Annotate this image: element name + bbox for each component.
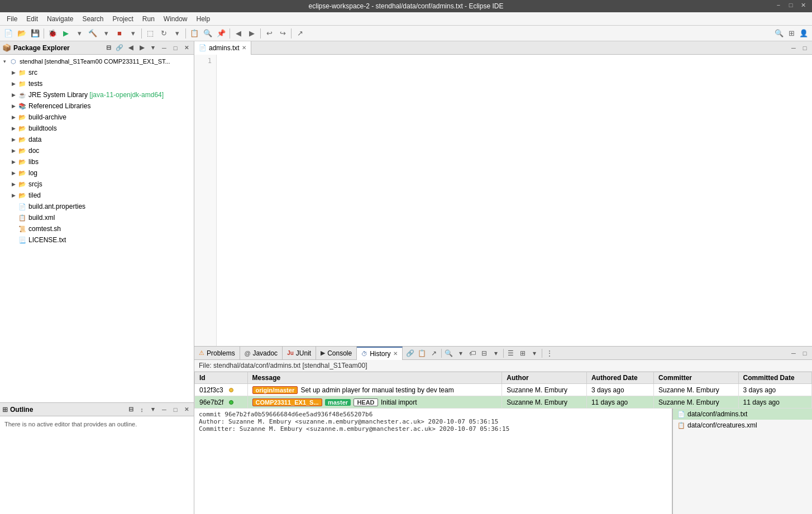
package-explorer-back[interactable]: ◀ (126, 43, 136, 53)
close-window-button[interactable]: ✕ (799, 2, 808, 9)
toolbar-stop-dropdown[interactable]: ▾ (127, 27, 139, 40)
history-tag-btn[interactable]: 🏷 (467, 348, 478, 359)
editor-tab-admins[interactable]: 📄 admins.txt ✕ (194, 41, 251, 55)
tree-item-src[interactable]: ▶ 📁 src (0, 67, 194, 78)
outline-close[interactable]: ✕ (181, 405, 192, 415)
package-explorer-maximize[interactable]: □ (170, 43, 180, 53)
toolbar-ext-btn2[interactable]: ↻ (157, 27, 170, 40)
package-explorer-close[interactable]: ✕ (181, 43, 192, 53)
tree-item-doc[interactable]: ▶ 📂 doc (0, 145, 194, 156)
toolbar-btn4[interactable]: 🔍 (202, 27, 214, 40)
search-icon[interactable]: 🔍 (773, 27, 785, 40)
menu-run[interactable]: Run (138, 14, 159, 24)
history-menu-btn[interactable]: ⋮ (544, 348, 555, 359)
menu-help[interactable]: Help (192, 14, 215, 24)
menu-edit[interactable]: Edit (22, 14, 42, 24)
tree-item-libs[interactable]: ▶ 📂 libs (0, 156, 194, 167)
toolbar-undo[interactable]: ↩ (263, 27, 275, 40)
tree-item-srcjs[interactable]: ▶ 📂 srcjs (0, 179, 194, 190)
editor-minimize[interactable]: ─ (789, 43, 799, 53)
toolbar-debug-button[interactable]: 🐞 (46, 27, 59, 40)
file-list-item-creatures[interactable]: 📋 data/conf/creatures.xml (673, 420, 812, 431)
history-layout-dropdown[interactable]: ▾ (529, 348, 540, 359)
menu-search[interactable]: Search (78, 14, 108, 24)
history-compare-dropdown[interactable]: ▾ (490, 348, 501, 359)
menu-file[interactable]: File (2, 14, 22, 24)
table-row[interactable]: 012f3c3 origin/master Set up admin playe… (195, 384, 812, 396)
outline-sort[interactable]: ↕ (137, 405, 147, 415)
col-author[interactable]: Author (502, 372, 587, 384)
outline-maximize[interactable]: □ (170, 405, 180, 415)
toolbar-new-button[interactable]: 📄 (2, 27, 15, 40)
tree-item-log[interactable]: ▶ 📂 log (0, 167, 194, 179)
tree-item-project[interactable]: ▾ ⬡ stendhal [stendhal_S1Team00 COMP2331… (0, 56, 194, 67)
toolbar-ext-btn1[interactable]: ⬚ (144, 27, 156, 40)
outline-menu[interactable]: ▾ (148, 405, 158, 415)
tree-item-reflibsaries[interactable]: ▶ 📚 Referenced Libraries (0, 100, 194, 112)
history-refresh-btn[interactable]: 🔗 (405, 348, 416, 359)
maximize-button[interactable]: □ (786, 2, 795, 9)
editor-maximize[interactable]: □ (800, 43, 810, 53)
col-authored-date[interactable]: Authored Date (586, 372, 653, 384)
tree-item-jre[interactable]: ▶ ☕ JRE System Library [java-11-openjdk-… (0, 89, 194, 100)
history-layout-opt[interactable]: ⊞ (517, 348, 528, 359)
bottom-minimize-btn[interactable]: ─ (789, 348, 799, 358)
history-layout-btn[interactable]: ☰ (505, 348, 517, 359)
toolbar-build-button[interactable]: 🔨 (87, 27, 99, 40)
toolbar-btn5[interactable]: 📌 (215, 27, 227, 40)
tree-item-build-ant[interactable]: 📄 build.ant.properties (0, 201, 194, 212)
package-explorer-fwd[interactable]: ▶ (137, 43, 147, 53)
tab-javadoc[interactable]: @ Javadoc (240, 347, 283, 360)
history-export-btn[interactable]: ↗ (428, 348, 440, 359)
editor-text-area[interactable] (217, 55, 812, 346)
history-tab-close[interactable]: ✕ (393, 350, 398, 357)
tree-item-license[interactable]: 📃 LICENSE.txt (0, 234, 194, 246)
tree-item-data[interactable]: ▶ 📂 data (0, 134, 194, 145)
toolbar-ext-dropdown1[interactable]: ▾ (171, 27, 183, 40)
toolbar-nav-fwd[interactable]: ▶ (246, 27, 258, 40)
history-copy-btn[interactable]: 📋 (417, 348, 428, 359)
tab-console[interactable]: ▶ Console (316, 347, 357, 360)
table-row[interactable]: 96e7b2f COMP23311_EX1_S... master HEAD I… (195, 396, 812, 409)
toolbar-btn3[interactable]: 📋 (188, 27, 200, 40)
toolbar-run-button[interactable]: ▶ (60, 27, 72, 40)
toolbar-save-button[interactable]: 💾 (29, 27, 41, 40)
tree-item-tests[interactable]: ▶ 📁 tests (0, 78, 194, 89)
toolbar-share[interactable]: ↗ (294, 27, 306, 40)
outline-collapse[interactable]: ⊟ (126, 405, 136, 415)
tree-item-tiled[interactable]: ▶ 📂 tiled (0, 190, 194, 201)
package-explorer-menu[interactable]: ▾ (148, 43, 158, 53)
history-filter-btn[interactable]: 🔍 (443, 348, 455, 359)
history-compare-btn[interactable]: ⊟ (479, 348, 490, 359)
menu-navigate[interactable]: Navigate (42, 14, 78, 24)
bottom-maximize-btn[interactable]: □ (800, 348, 810, 358)
toolbar-redo[interactable]: ↪ (276, 27, 289, 40)
toolbar-open-button[interactable]: 📂 (16, 27, 28, 40)
tree-item-build-archive[interactable]: ▶ 📂 build-archive (0, 112, 194, 123)
file-list-item-admins[interactable]: 📄 data/conf/admins.txt (673, 409, 812, 420)
tree-item-buildtools[interactable]: ▶ 📂 buildtools (0, 123, 194, 134)
user-icon[interactable]: 👤 (797, 27, 810, 40)
editor-tab-close[interactable]: ✕ (242, 45, 246, 51)
package-explorer-collapse-all[interactable]: ⊟ (103, 43, 113, 53)
toolbar-run-dropdown[interactable]: ▾ (73, 27, 85, 40)
outline-minimize[interactable]: ─ (159, 405, 169, 415)
col-committer[interactable]: Committer (654, 372, 739, 384)
tab-junit[interactable]: Ju JUnit (283, 347, 316, 360)
toolbar-stop-button[interactable]: ■ (113, 27, 126, 40)
history-filter-dropdown[interactable]: ▾ (455, 348, 466, 359)
package-explorer-minimize[interactable]: ─ (159, 43, 169, 53)
perspectives-icon[interactable]: ⊞ (785, 27, 797, 40)
menu-project[interactable]: Project (108, 14, 137, 24)
minimize-button[interactable]: − (774, 2, 783, 9)
col-committed-date[interactable]: Committed Date (738, 372, 811, 384)
tab-problems[interactable]: ⚠ Problems (194, 347, 240, 360)
tab-history[interactable]: ⏱ History ✕ (357, 347, 402, 360)
col-message[interactable]: Message (247, 372, 502, 384)
package-explorer-link[interactable]: 🔗 (114, 43, 125, 53)
col-id[interactable]: Id (195, 372, 248, 384)
tree-item-comtest[interactable]: 📜 comtest.sh (0, 223, 194, 234)
tree-item-build-xml[interactable]: 📋 build.xml (0, 212, 194, 223)
toolbar-nav-back[interactable]: ◀ (232, 27, 245, 40)
toolbar-build-dropdown[interactable]: ▾ (100, 27, 112, 40)
